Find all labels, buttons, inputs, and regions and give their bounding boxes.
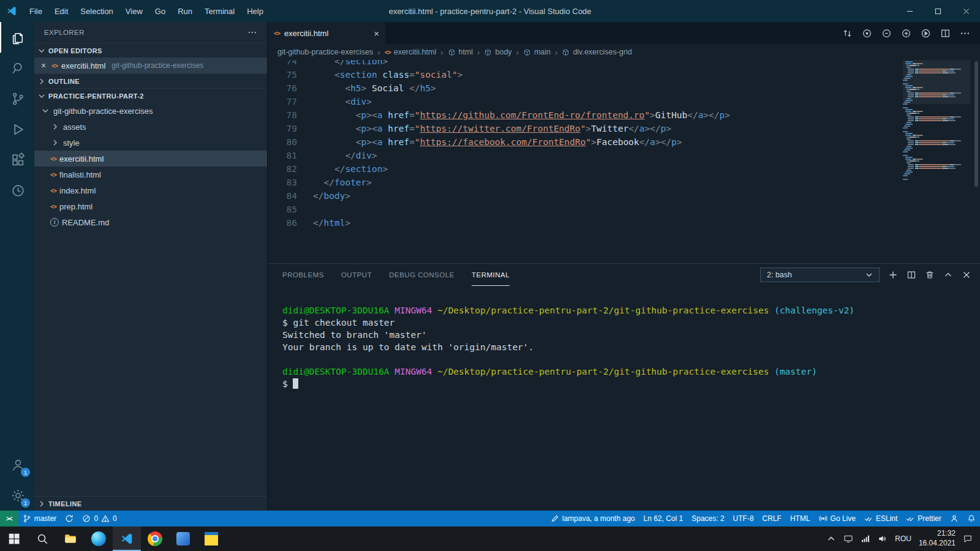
menu-file[interactable]: File <box>23 0 48 22</box>
menu-view[interactable]: View <box>119 0 149 22</box>
activity-accounts[interactable]: 1 <box>0 449 34 480</box>
activity-search[interactable] <box>0 53 34 83</box>
menu-help[interactable]: Help <box>241 0 270 22</box>
tab-output[interactable]: OUTPUT <box>341 264 372 286</box>
menu-selection[interactable]: Selection <box>74 0 119 22</box>
run-circle-icon[interactable] <box>921 28 931 39</box>
breadcrumb-folder[interactable]: git-github-practice-exercises <box>277 48 373 56</box>
git-blame-indicator[interactable]: lampava, a month ago <box>546 511 639 527</box>
tree-item-folder-style[interactable]: style <box>34 135 267 151</box>
explorer-title: EXPLORER <box>44 29 85 36</box>
go-live-button[interactable]: Go Live <box>815 511 860 527</box>
more-actions-icon[interactable] <box>247 28 257 37</box>
code-line: 83 </footer> <box>268 176 980 189</box>
menu-terminal[interactable]: Terminal <box>198 0 241 22</box>
indentation-indicator[interactable]: Spaces: 2 <box>687 511 728 527</box>
tab-terminal[interactable]: TERMINAL <box>472 264 510 286</box>
section-timeline[interactable]: TIMELINE <box>34 496 267 511</box>
feedback-button[interactable] <box>946 511 963 527</box>
tree-item-index-html[interactable]: <> index.html <box>34 182 267 198</box>
section-open-editors[interactable]: OPEN EDITORS <box>34 43 267 58</box>
breadcrumb-symbol-body[interactable]: body <box>484 48 511 56</box>
new-terminal-icon[interactable] <box>888 270 898 280</box>
tree-item-folder-root[interactable]: git-github-practice-exercises <box>34 103 267 119</box>
code-editor[interactable]: 74 </section>75 <section class="social">… <box>268 60 980 263</box>
chevron-down-icon <box>40 106 50 116</box>
action-center-icon[interactable] <box>963 534 973 544</box>
language-mode[interactable]: HTML <box>786 511 815 527</box>
tree-item-finalisti-html[interactable]: <> finalisti.html <box>34 167 267 182</box>
activity-run-debug[interactable] <box>0 114 34 144</box>
keyboard-language[interactable]: ROU <box>895 534 911 543</box>
panel-tabs: PROBLEMS OUTPUT DEBUG CONSOLE TERMINAL <box>282 264 510 286</box>
eslint-indicator[interactable]: ESLint <box>860 511 902 527</box>
volume-icon[interactable] <box>878 534 888 544</box>
close-button[interactable] <box>952 0 980 22</box>
vscode-taskbar-button[interactable] <box>113 527 141 551</box>
terminal-shell-select[interactable]: 2: bash <box>760 268 880 282</box>
editor-scrollbar[interactable] <box>974 61 978 187</box>
system-clock[interactable]: 21:32 16.04.2021 <box>919 529 956 548</box>
taskbar-search-button[interactable] <box>28 527 56 551</box>
activity-source-control[interactable] <box>0 83 34 114</box>
activity-explorer[interactable] <box>0 22 34 53</box>
split-editor-icon[interactable] <box>940 28 951 39</box>
cursor-position[interactable]: Ln 62, Col 1 <box>639 511 687 527</box>
section-outline[interactable]: OUTLINE <box>34 73 267 88</box>
split-terminal-icon[interactable] <box>907 270 916 280</box>
network-icon[interactable] <box>861 534 870 544</box>
menu-go[interactable]: Go <box>149 0 172 22</box>
encoding-indicator[interactable]: UTF-8 <box>729 511 758 527</box>
tree-item-prep-html[interactable]: <> prep.html <box>34 198 267 214</box>
more-actions-icon[interactable] <box>960 28 970 39</box>
git-compare-icon[interactable] <box>842 28 853 39</box>
breadcrumb-symbol-html[interactable]: html <box>448 48 473 56</box>
kill-terminal-icon[interactable] <box>925 270 935 280</box>
close-editor-icon[interactable]: × <box>39 61 48 70</box>
prettier-indicator[interactable]: Prettier <box>902 511 946 527</box>
breadcrumb-symbol-main[interactable]: main <box>523 48 551 56</box>
circle-filled-icon[interactable] <box>862 28 872 39</box>
breadcrumb-symbol-div[interactable]: div.exercises-grid <box>562 48 631 56</box>
tab-exercitii-html[interactable]: <> exercitii.html × <box>268 22 385 44</box>
line-col-text: Ln 62, Col 1 <box>643 514 683 523</box>
activity-extensions[interactable] <box>0 144 34 175</box>
activity-history[interactable] <box>0 175 34 206</box>
section-workspace[interactable]: PRACTICE-PENTRU-PART-2 <box>34 88 267 103</box>
menu-run[interactable]: Run <box>172 0 198 22</box>
menu-edit[interactable]: Edit <box>48 0 74 22</box>
eol-indicator[interactable]: CRLF <box>758 511 786 527</box>
problems-indicator[interactable]: 0 0 <box>78 511 121 527</box>
terminal[interactable]: didi@DESKTOP-3DDU16A MINGW64 ~/Desktop/p… <box>268 286 980 511</box>
minimap[interactable] <box>903 61 970 181</box>
start-button[interactable] <box>0 527 28 551</box>
tray-chevron-up-icon[interactable] <box>826 534 836 544</box>
chrome-button[interactable] <box>141 527 169 551</box>
circle-dot-icon[interactable] <box>901 28 911 39</box>
maximize-button[interactable] <box>924 0 952 22</box>
tree-item-exercitii-html[interactable]: <> exercitii.html <box>34 151 267 167</box>
maximize-panel-icon[interactable] <box>943 270 953 280</box>
blue-app-button[interactable] <box>169 527 197 551</box>
branch-indicator[interactable]: master <box>18 511 61 527</box>
timeline-label: TIMELINE <box>48 500 82 508</box>
file-explorer-button[interactable] <box>56 527 85 551</box>
sticky-notes-button[interactable] <box>197 527 225 551</box>
sync-button[interactable] <box>61 511 78 527</box>
open-editor-item[interactable]: × <> exercitii.html git-github-practice-… <box>34 58 267 73</box>
notifications-button[interactable] <box>963 511 980 527</box>
tree-item-folder-assets[interactable]: assets <box>34 119 267 135</box>
remote-indicator[interactable]: >< <box>0 511 18 527</box>
activity-settings[interactable]: 1 <box>0 480 34 511</box>
edge-button[interactable] <box>85 527 113 551</box>
tab-problems[interactable]: PROBLEMS <box>282 264 324 286</box>
display-icon[interactable] <box>843 534 853 544</box>
breadcrumb-file[interactable]: <>exercitii.html <box>385 48 437 56</box>
close-tab-icon[interactable]: × <box>374 28 379 39</box>
tree-item-readme-md[interactable]: i README.md <box>34 214 267 230</box>
code-line-content: </footer> <box>313 176 372 189</box>
minimize-button[interactable] <box>895 0 924 22</box>
tab-debug-console[interactable]: DEBUG CONSOLE <box>389 264 454 286</box>
circle-dash-icon[interactable] <box>881 28 892 39</box>
close-panel-icon[interactable] <box>962 270 971 280</box>
